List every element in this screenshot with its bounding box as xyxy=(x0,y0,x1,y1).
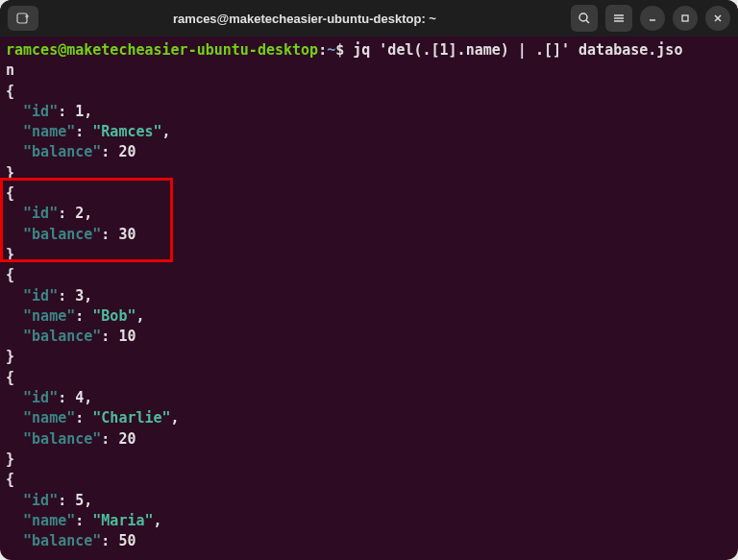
prompt-at: @ xyxy=(58,41,66,59)
prompt-line: ramces@maketecheasier-ubuntu-desktop:~$ … xyxy=(6,40,732,61)
titlebar: ramces@maketecheasier-ubuntu-desktop: ~ xyxy=(0,0,738,37)
obj3-close: } xyxy=(6,347,732,367)
maximize-button[interactable] xyxy=(673,6,698,31)
obj1-open: { xyxy=(6,82,732,102)
obj3-id: "id": 3, xyxy=(6,286,732,306)
obj1-name: "name": "Ramces", xyxy=(6,122,732,142)
svg-rect-9 xyxy=(682,15,688,21)
command-wrap-line: n xyxy=(6,61,732,81)
command-wrap: n xyxy=(6,61,14,79)
prompt-colon: : xyxy=(318,41,327,59)
obj5-id: "id": 5, xyxy=(6,491,732,511)
obj2-open: { xyxy=(6,183,732,204)
obj1-balance: "balance": 20 xyxy=(6,142,732,162)
minimize-button[interactable] xyxy=(640,6,665,31)
new-tab-button[interactable] xyxy=(8,6,38,31)
svg-line-4 xyxy=(586,20,589,23)
obj4-close: } xyxy=(6,450,732,470)
terminal-window: ramces@maketecheasier-ubuntu-desktop: ~ xyxy=(0,0,738,560)
obj4-open: { xyxy=(6,368,732,388)
obj1-id: "id": 1, xyxy=(6,102,732,122)
hamburger-icon xyxy=(612,12,626,25)
command: jq 'del(.[1].name) | .[]' database.jso xyxy=(353,41,682,59)
obj2-balance: "balance": 30 xyxy=(6,225,732,245)
close-button[interactable] xyxy=(705,6,730,31)
obj3-name: "name": "Bob", xyxy=(6,306,732,327)
svg-rect-0 xyxy=(17,13,27,23)
minimize-icon xyxy=(648,13,657,23)
search-icon xyxy=(578,12,591,25)
obj5-open: { xyxy=(6,470,732,490)
titlebar-left xyxy=(8,6,38,31)
obj4-name: "name": "Charlie", xyxy=(6,408,732,428)
maximize-icon xyxy=(680,13,690,23)
prompt-dollar: $ xyxy=(335,41,344,59)
prompt-user: ramces xyxy=(6,41,58,59)
window-title: ramces@maketecheasier-ubuntu-desktop: ~ xyxy=(44,12,565,26)
new-tab-icon xyxy=(16,12,30,25)
obj3-open: { xyxy=(6,265,732,285)
obj3-balance: "balance": 10 xyxy=(6,327,732,347)
obj1-close: } xyxy=(6,163,732,183)
menu-button[interactable] xyxy=(605,5,632,32)
terminal-content[interactable]: ramces@maketecheasier-ubuntu-desktop:~$ … xyxy=(0,37,738,560)
close-icon xyxy=(713,13,723,23)
obj2-id: "id": 2, xyxy=(6,204,732,224)
search-button[interactable] xyxy=(571,5,598,32)
obj5-balance: "balance": 50 xyxy=(6,531,732,551)
prompt-host: maketecheasier-ubuntu-desktop xyxy=(66,41,318,59)
svg-point-3 xyxy=(579,13,587,21)
obj5-name: "name": "Maria", xyxy=(6,511,732,531)
command-text xyxy=(344,41,353,59)
obj4-balance: "balance": 20 xyxy=(6,429,732,450)
titlebar-right xyxy=(571,5,730,32)
obj4-id: "id": 4, xyxy=(6,388,732,408)
prompt-path: ~ xyxy=(327,41,335,59)
obj2-close: } xyxy=(6,245,732,265)
